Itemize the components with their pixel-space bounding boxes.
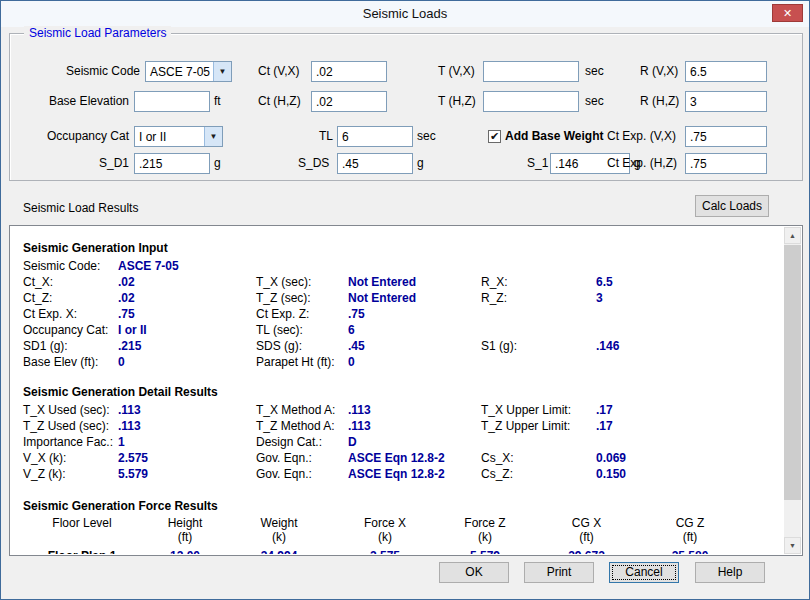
result-row: V_X (k):2.575Gov. Eqn.:ASCE Eqn 12.8-2Cs… <box>11 450 784 466</box>
result-label: Importance Fac.: <box>23 434 118 450</box>
sd1-label: S_D1 <box>21 153 129 174</box>
scroll-down-icon[interactable]: ▼ <box>784 537 801 554</box>
scrollbar-thumb[interactable] <box>784 245 801 500</box>
result-value: 1 <box>118 434 256 450</box>
ct-exp-vx-label: Ct Exp. (V,X) <box>607 126 676 147</box>
help-button[interactable]: Help <box>695 562 765 583</box>
t-vx-unit: sec <box>585 61 604 82</box>
add-base-weight-checkbox[interactable]: ✔ <box>488 130 501 143</box>
r-hz-input[interactable] <box>685 91 767 112</box>
result-label: Ct_Z: <box>23 290 118 306</box>
result-value: ASCE Eqn 12.8-2 <box>348 466 481 482</box>
ct-vx-input[interactable] <box>311 61 387 82</box>
result-value: .02 <box>118 290 256 306</box>
result-label: SDS (g): <box>256 338 348 354</box>
cancel-button[interactable]: Cancel <box>609 562 679 583</box>
force-header-cell: Floor Level <box>23 516 141 530</box>
sds-input[interactable] <box>337 153 413 174</box>
result-row: Base Elev (ft):0Parapet Ht (ft):0 <box>11 354 784 370</box>
sds-label: S_DS <box>298 153 329 174</box>
results-panel: Seismic Generation Input Seismic Code:AS… <box>9 225 803 556</box>
force-cell: 25.580 <box>644 548 736 554</box>
seismic-code-select[interactable]: ASCE 7-05 ▼ <box>145 61 232 82</box>
result-label: Seismic Code: <box>23 258 118 274</box>
group-title: Seismic Load Parameters <box>24 26 171 40</box>
window-title: Seismic Loads <box>1 6 809 21</box>
result-value: 5.579 <box>118 466 256 482</box>
result-label: T_Z (sec): <box>256 290 348 306</box>
result-label: Ct Exp. X: <box>23 306 118 322</box>
ok-button[interactable]: OK <box>439 562 509 583</box>
result-value: Not Entered <box>348 274 481 290</box>
print-button[interactable]: Print <box>524 562 594 583</box>
result-label <box>481 354 596 370</box>
result-value: .45 <box>348 338 481 354</box>
result-label <box>481 258 596 274</box>
result-label: T_X (sec): <box>256 274 348 290</box>
t-vx-label: T (V,X) <box>438 61 475 82</box>
result-label: T_X Upper Limit: <box>481 402 596 418</box>
force-header-cell: CG Z <box>644 516 736 530</box>
sds-unit: g <box>417 153 424 174</box>
result-label: Base Elev (ft): <box>23 354 118 370</box>
result-label: V_Z (k): <box>23 466 118 482</box>
result-row: Occupancy Cat:I or IITL (sec):6 <box>11 322 784 338</box>
force-header-cell: Height <box>141 516 229 530</box>
result-value: .215 <box>118 338 256 354</box>
r-vx-input[interactable] <box>685 61 767 82</box>
ct-hz-input[interactable] <box>311 91 387 112</box>
result-label: S1 (g): <box>481 338 596 354</box>
check-icon: ✔ <box>490 130 499 142</box>
result-value: 0.069 <box>596 450 784 466</box>
result-row: Ct Exp. X:.75Ct Exp. Z:.75 <box>11 306 784 322</box>
chevron-down-icon[interactable]: ▼ <box>204 127 222 146</box>
add-base-weight-label: Add Base Weight <box>505 126 603 147</box>
force-cell: 2.575 <box>329 548 441 554</box>
result-value: I or II <box>118 322 256 338</box>
ct-exp-hz-label: Ct Exp. (H,Z) <box>607 153 677 174</box>
t-vx-input[interactable] <box>483 61 579 82</box>
base-elevation-input[interactable] <box>134 91 210 112</box>
ct-vx-label: Ct (V,X) <box>258 61 300 82</box>
tl-input[interactable] <box>337 126 413 147</box>
t-hz-input[interactable] <box>483 91 579 112</box>
result-value <box>596 354 784 370</box>
close-button[interactable]: ✕ <box>772 4 803 22</box>
ct-exp-vx-input[interactable] <box>685 126 767 147</box>
result-value: D <box>348 434 481 450</box>
result-label: T_X Method A: <box>256 402 348 418</box>
occupancy-cat-select[interactable]: I or II ▼ <box>134 126 223 147</box>
force-table-header-row2: (ft)(k)(k)(k)(ft)(ft) <box>11 530 784 544</box>
result-value: .17 <box>596 402 784 418</box>
input-heading: Seismic Generation Input <box>23 240 784 256</box>
result-value: 2.575 <box>118 450 256 466</box>
ct-exp-hz-input[interactable] <box>685 153 767 174</box>
result-label: TL (sec): <box>256 322 348 338</box>
result-row: SD1 (g):.215SDS (g):.45S1 (g):.146 <box>11 338 784 354</box>
force-header-unit: (k) <box>441 530 529 544</box>
result-value: 6 <box>348 322 481 338</box>
result-label: Cs_Z: <box>481 466 596 482</box>
force-header-unit: (k) <box>329 530 441 544</box>
t-hz-label: T (H,Z) <box>438 91 476 112</box>
r-hz-label: R (H,Z) <box>640 91 679 112</box>
occupancy-cat-label: Occupancy Cat <box>21 126 129 147</box>
title-bar: Seismic Loads ✕ <box>1 1 809 27</box>
scroll-up-icon[interactable]: ▲ <box>784 227 801 244</box>
result-label: V_X (k): <box>23 450 118 466</box>
chevron-down-icon[interactable]: ▼ <box>213 62 231 81</box>
force-table-header-row1: Floor LevelHeightWeightForce XForce ZCG … <box>11 516 784 530</box>
calc-loads-button[interactable]: Calc Loads <box>695 195 769 217</box>
result-label: T_Z Upper Limit: <box>481 418 596 434</box>
result-value <box>596 322 784 338</box>
result-value: ASCE Eqn 12.8-2 <box>348 450 481 466</box>
sd1-input[interactable] <box>134 153 210 174</box>
result-value: .75 <box>118 306 256 322</box>
result-label <box>481 306 596 322</box>
result-value: Not Entered <box>348 290 481 306</box>
result-value: 0 <box>118 354 256 370</box>
results-scrollbar[interactable]: ▲ ▼ <box>784 227 801 554</box>
result-label: Occupancy Cat: <box>23 322 118 338</box>
result-label: Gov. Eqn.: <box>256 450 348 466</box>
result-label: Parapet Ht (ft): <box>256 354 348 370</box>
